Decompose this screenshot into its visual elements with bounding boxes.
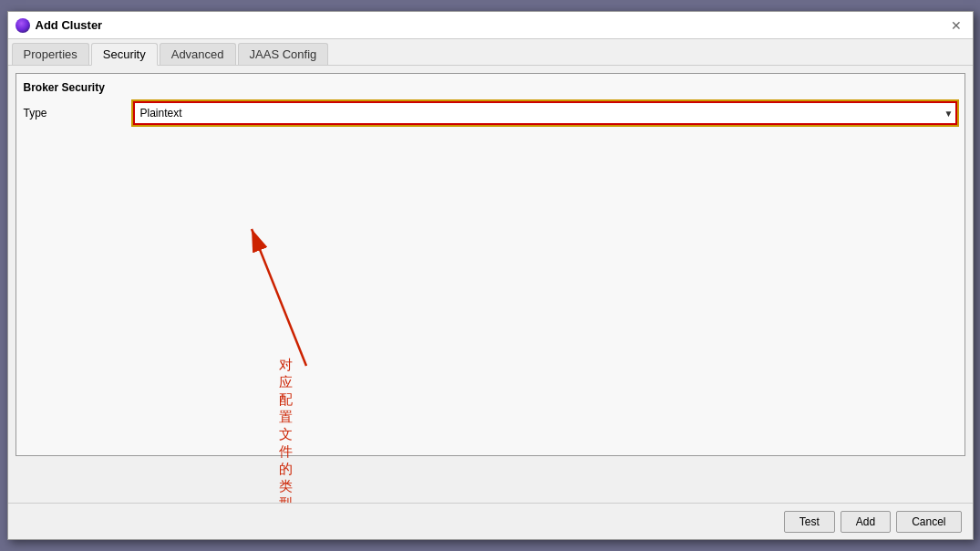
cancel-button[interactable]: Cancel — [896, 511, 961, 533]
add-button[interactable]: Add — [841, 511, 891, 533]
tab-bar: Properties Security Advanced JAAS Config — [8, 39, 973, 66]
tab-security[interactable]: Security — [91, 43, 158, 66]
window-title: Add Cluster — [36, 18, 103, 32]
type-select[interactable]: Plaintext SSL SASL_PLAINTEXT SASL_SSL — [133, 101, 957, 125]
title-bar-left: Add Cluster — [15, 18, 103, 33]
type-select-wrapper: Plaintext SSL SASL_PLAINTEXT SASL_SSL ▼ — [133, 101, 957, 125]
tab-properties[interactable]: Properties — [12, 43, 89, 65]
svg-line-1 — [252, 229, 306, 366]
annotation-text: 对应配置文件的类型 — [279, 357, 293, 503]
broker-security-section: Broker Security Type Plaintext SSL SASL_… — [15, 73, 965, 456]
tab-advanced[interactable]: Advanced — [160, 43, 236, 65]
title-bar: Add Cluster ✕ — [8, 12, 973, 39]
content-area: Broker Security Type Plaintext SSL SASL_… — [8, 66, 973, 503]
test-button[interactable]: Test — [784, 511, 835, 533]
section-content: Type Plaintext SSL SASL_PLAINTEXT SASL_S… — [24, 101, 957, 448]
type-row: Type Plaintext SSL SASL_PLAINTEXT SASL_S… — [24, 101, 957, 125]
tab-jaas-config[interactable]: JAAS Config — [238, 43, 329, 65]
close-button[interactable]: ✕ — [947, 16, 965, 35]
section-title: Broker Security — [24, 81, 957, 94]
type-label: Type — [24, 107, 133, 120]
footer-bar: Test Add Cancel — [8, 503, 973, 539]
app-icon — [15, 18, 30, 33]
annotation-arrow — [188, 192, 370, 375]
type-field: Plaintext SSL SASL_PLAINTEXT SASL_SSL ▼ — [133, 101, 957, 125]
dialog-window: Add Cluster ✕ Properties Security Advanc… — [7, 11, 974, 540]
